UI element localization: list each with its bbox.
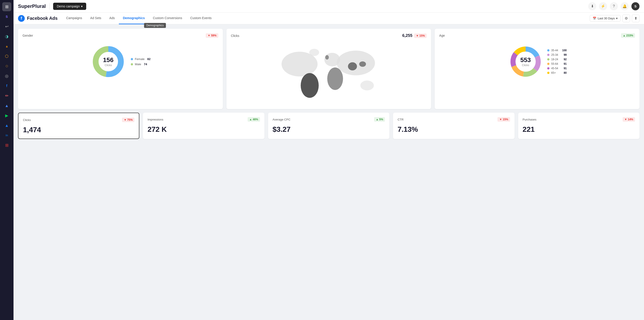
svg-point-9 xyxy=(360,80,374,90)
nav-play[interactable]: ▶ xyxy=(2,111,11,120)
tab-adsets[interactable]: Ad Sets xyxy=(86,12,105,24)
male-dot xyxy=(131,63,133,65)
nav-tabs: Campaigns Ad Sets Ads Demographics Custo… xyxy=(62,12,216,24)
clicks-badge: ▼ 15% xyxy=(414,33,426,38)
stat-card-ctr[interactable]: CTR ▼ 15% 7.13% xyxy=(393,113,514,139)
nav-home[interactable]: ⊞ xyxy=(2,2,11,11)
lightning-icon[interactable]: ⚡ xyxy=(599,2,607,10)
tab-custom-conversions[interactable]: Custom Conversions xyxy=(149,12,186,24)
calendar-icon: 📅 xyxy=(593,17,596,20)
world-map-svg xyxy=(231,42,427,105)
age-val-65plus: 80 xyxy=(560,71,567,74)
svg-point-7 xyxy=(348,62,357,70)
tab-demographics[interactable]: Demographics xyxy=(119,12,149,24)
date-label: Last 30 Days xyxy=(598,17,615,20)
tab-custom-events[interactable]: Custom Events xyxy=(186,12,216,24)
nav-circle[interactable]: ◑ xyxy=(2,32,11,41)
age-label-25-34: 25-34 xyxy=(551,53,558,56)
nav-google-ads[interactable]: ▲ xyxy=(2,101,11,110)
download-icon[interactable]: ⬇ xyxy=(588,2,596,10)
campaign-chevron: ▾ xyxy=(81,4,82,8)
gender-center-label: 156 Clicks xyxy=(103,56,114,67)
tab-ads[interactable]: Ads xyxy=(105,12,119,24)
stat-clicks-badge: ▼ 75% xyxy=(122,118,134,122)
stat-impressions-header: Impressions ▲ 46% xyxy=(148,117,260,122)
nav-target[interactable]: ◎ xyxy=(2,71,11,80)
age-dot-45-54 xyxy=(547,67,550,69)
age-card: Age ▲ 233% xyxy=(435,29,640,109)
sub-header: f Facebook Ads Campaigns Ad Sets Ads Dem… xyxy=(14,12,644,24)
nav-analytics[interactable]: S xyxy=(2,12,11,21)
world-map-container xyxy=(231,42,427,105)
gender-badge: ▼ 59% xyxy=(206,33,218,38)
stat-purchases-value: 221 xyxy=(523,125,635,134)
bell-icon[interactable]: 🔔 xyxy=(620,2,629,10)
age-dot-18-24 xyxy=(547,58,550,60)
age-center-value: 553 xyxy=(520,56,531,64)
age-row-55-64: 55-64 91 xyxy=(547,62,567,65)
stat-clicks-header: Clicks ▼ 75% xyxy=(23,118,134,122)
nav-grid[interactable]: ⊞ xyxy=(2,141,11,150)
stat-cpc-badge: ▲ 5% xyxy=(374,117,385,122)
stat-impressions-title: Impressions xyxy=(148,118,163,121)
svg-point-6 xyxy=(336,51,375,75)
stat-card-impressions[interactable]: Impressions ▲ 46% 272 K xyxy=(143,113,264,139)
age-label-35-44: 35-44 xyxy=(551,49,558,52)
gender-card: Gender ▼ 59% 156 Clicks xyxy=(18,29,223,109)
age-card-header: Age ▲ 233% xyxy=(439,33,635,38)
nav-rail: ⊞ S ↩ ◑ a ⬡ ⬡ ◎ f ✏ ▲ ▶ ▲ in ⊞ xyxy=(0,0,14,320)
stat-cpc-title: Average CPC xyxy=(272,118,290,121)
age-val-55-64: 91 xyxy=(560,62,567,65)
nav-brand2[interactable]: ⬡ xyxy=(2,62,11,71)
age-dot-65plus xyxy=(547,72,550,74)
stat-purchases-badge: ▼ 14% xyxy=(622,117,635,122)
share-icon[interactable]: ⬆ xyxy=(632,15,640,22)
age-badge: ▲ 233% xyxy=(621,33,635,38)
stat-ctr-title: CTR xyxy=(398,118,404,121)
help-icon[interactable]: ? xyxy=(610,2,618,10)
stat-ctr-value: 7.13% xyxy=(398,125,510,134)
nav-back[interactable]: ↩ xyxy=(2,22,11,31)
female-dot xyxy=(131,58,133,60)
stat-card-clicks[interactable]: Clicks ▼ 75% 1,474 xyxy=(18,113,139,139)
content-area: Gender ▼ 59% 156 Clicks xyxy=(14,24,644,320)
stat-card-purchases[interactable]: Purchases ▼ 14% 221 xyxy=(518,113,640,139)
age-donut-container: 553 Clicks 35-44 100 25-34 xyxy=(439,41,635,82)
nav-facebook[interactable]: f xyxy=(2,81,11,90)
age-label-65plus: 65+ xyxy=(551,71,556,74)
date-range-button[interactable]: 📅 Last 30 Days ▾ xyxy=(590,15,620,21)
age-label-55-64: 55-64 xyxy=(551,62,558,65)
user-avatar[interactable]: S xyxy=(632,2,640,10)
stat-purchases-title: Purchases xyxy=(523,118,536,121)
age-legend: 35-44 100 25-34 99 18-24 92 xyxy=(547,49,567,74)
campaign-selector[interactable]: Demo campaign ▾ xyxy=(53,3,86,10)
sub-header-actions: 📅 Last 30 Days ▾ ⚙ ⬆ xyxy=(590,15,640,22)
gender-donut-container: 156 Clicks Female 82 Male xyxy=(22,41,218,82)
stat-impressions-value: 272 K xyxy=(148,125,260,134)
facebook-icon: f xyxy=(18,15,25,22)
gender-card-header: Gender ▼ 59% xyxy=(22,33,218,38)
nav-edit[interactable]: ✏ xyxy=(2,91,11,100)
nav-amazon[interactable]: a xyxy=(2,42,11,51)
gender-legend-female: Female 82 xyxy=(131,57,150,61)
tab-campaigns[interactable]: Campaigns xyxy=(62,12,86,24)
nav-linkedin[interactable]: in xyxy=(2,131,11,140)
stat-ctr-badge: ▼ 15% xyxy=(498,117,510,122)
age-row-65plus: 65+ 80 xyxy=(547,71,567,74)
gender-legend-male: Male 74 xyxy=(131,62,150,66)
female-label: Female xyxy=(135,57,144,61)
age-label-45-54: 45-54 xyxy=(551,67,558,70)
age-label-18-24: 18-24 xyxy=(551,58,558,61)
header-icons: ⬇ ⚡ ? 🔔 S xyxy=(588,2,640,10)
app-title: SuperPlural xyxy=(18,3,46,9)
top-header: SuperPlural Demo campaign ▾ ⬇ ⚡ ? 🔔 S xyxy=(14,0,644,12)
stat-card-cpc[interactable]: Average CPC ▲ 5% $3.27 xyxy=(268,113,390,139)
nav-brand1[interactable]: ⬡ xyxy=(2,52,11,61)
top-cards-row: Gender ▼ 59% 156 Clicks xyxy=(18,29,640,109)
svg-point-11 xyxy=(325,55,329,60)
age-center-label: 553 Clicks xyxy=(520,56,531,67)
gender-title: Gender xyxy=(22,34,33,37)
nav-alt-ads[interactable]: ▲ xyxy=(2,121,11,130)
campaign-label: Demo campaign xyxy=(57,4,80,8)
filter-icon[interactable]: ⚙ xyxy=(622,15,630,22)
